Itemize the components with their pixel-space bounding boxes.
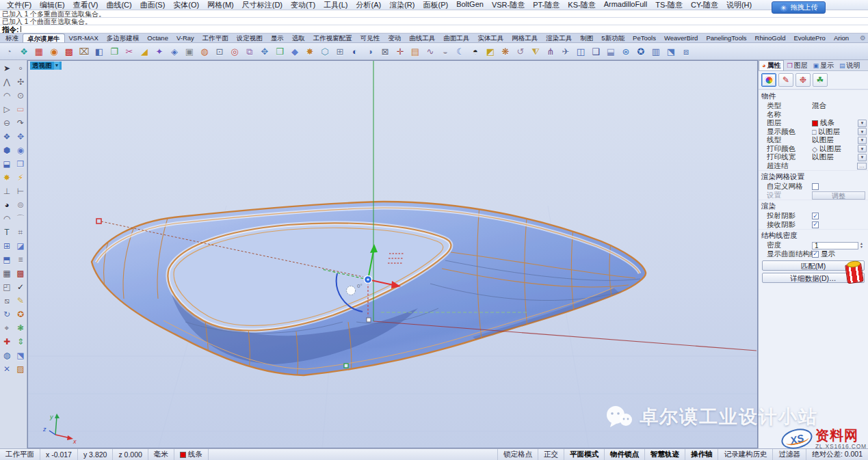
density-stepper[interactable]: ▲▼	[860, 242, 867, 249]
point-marker-white[interactable]	[367, 318, 371, 322]
dropdown-button[interactable]: ▼	[858, 145, 867, 152]
toolbar-icon[interactable]: ◢	[137, 44, 152, 59]
ribbon-tab[interactable]: 网格工具	[508, 33, 542, 42]
ribbon-tab[interactable]: 工作视窗配置	[309, 33, 356, 42]
left-toolbar-icon[interactable]: ▩	[14, 267, 27, 280]
menu-item[interactable]: 查看(V)	[69, 0, 103, 10]
color-circle-icon[interactable]	[761, 73, 776, 87]
toolbar-icon[interactable]: ✦	[152, 44, 167, 59]
panel-tab[interactable]: ▤说明	[837, 60, 863, 70]
left-toolbar-icon[interactable]: ⬒	[0, 253, 14, 267]
upload-button[interactable]: ✳ 拖拽上传	[772, 1, 826, 14]
left-toolbar-icon[interactable]: ⋀	[0, 75, 14, 89]
ribbon-tab[interactable]: 5新功能	[597, 33, 629, 42]
leaf-icon[interactable]: ☘	[813, 73, 828, 87]
current-layer[interactable]: 线条	[174, 449, 209, 460]
toolbar-icon[interactable]: ◫	[573, 44, 588, 59]
menu-item[interactable]: CY-随意	[687, 0, 722, 10]
menu-item[interactable]: 说明(H)	[722, 0, 756, 10]
ribbon-tab[interactable]: 曲线工具	[405, 33, 439, 42]
left-toolbar-icon[interactable]: ✪	[14, 308, 27, 321]
ribbon-tab[interactable]: 变动	[384, 33, 405, 42]
menu-item[interactable]: 编辑(E)	[36, 0, 69, 10]
ribbon-tab[interactable]: RhinoGold	[751, 33, 790, 42]
menu-item[interactable]: 网格(M)	[203, 0, 238, 10]
toolbar-icon[interactable]: ↺	[513, 44, 528, 59]
chevron-down-icon[interactable]: ▼	[54, 62, 60, 70]
left-toolbar-icon[interactable]: ✣	[14, 75, 27, 89]
status-toggle[interactable]: 正交	[538, 449, 564, 460]
left-toolbar-icon[interactable]: ⚡	[14, 171, 27, 185]
menu-item[interactable]: VSR-随意	[488, 0, 529, 10]
left-toolbar-icon[interactable]: ⬢	[0, 144, 14, 157]
density-input[interactable]: 1	[812, 242, 858, 249]
left-toolbar-icon[interactable]: ✎	[14, 294, 27, 308]
toolbar-icon[interactable]: ⬔	[663, 44, 679, 59]
toolbar-icon[interactable]: ▣	[182, 44, 197, 59]
pencil-icon[interactable]: ✎	[778, 73, 793, 87]
toolbar-icon[interactable]: ❑	[588, 44, 603, 59]
menu-item[interactable]: KS-随意	[564, 0, 599, 10]
left-toolbar-icon[interactable]: ✓	[14, 280, 27, 294]
toolbar-icon[interactable]: ✈	[558, 44, 573, 59]
menu-item[interactable]: 文件(F)	[3, 0, 36, 10]
left-toolbar-icon[interactable]: ⊙	[14, 89, 27, 103]
left-toolbar-icon[interactable]: ◪	[14, 239, 27, 253]
gear-icon[interactable]: ⚙	[860, 34, 866, 42]
menu-item[interactable]: 曲线(C)	[102, 0, 135, 10]
left-toolbar-icon[interactable]: ◰	[0, 280, 14, 294]
panel-tab[interactable]: ❒图层	[784, 60, 810, 70]
left-toolbar-icon[interactable]: ⊖	[0, 116, 14, 130]
ribbon-tab[interactable]: VSR-MAX	[65, 33, 103, 42]
menu-item[interactable]: 面板(P)	[419, 0, 452, 10]
toolbar-icon[interactable]: ⊞	[332, 44, 347, 59]
left-toolbar-icon[interactable]: ⊞	[0, 239, 14, 253]
ribbon-tab[interactable]: 曲面工具	[439, 33, 473, 42]
toolbar-icon[interactable]: ▩	[62, 44, 77, 59]
toolbar-icon[interactable]: ◆	[287, 44, 302, 59]
left-toolbar-icon[interactable]: ❖	[0, 130, 14, 144]
cplane-button[interactable]: 工作平面	[0, 449, 40, 460]
toolbar-icon[interactable]: ⬓	[603, 44, 618, 59]
left-toolbar-icon[interactable]: ◕	[0, 198, 14, 212]
status-toggle[interactable]: 操作轴	[685, 449, 719, 460]
stamp-icon[interactable]: ❉	[795, 73, 811, 87]
ribbon-tab[interactable]: 渲染工具	[542, 33, 576, 42]
left-toolbar-icon[interactable]: ⧅	[0, 294, 14, 308]
toolbar-icon[interactable]: ✛	[393, 44, 408, 59]
toolbar-icon[interactable]: ⊡	[212, 44, 227, 59]
toolbar-icon[interactable]: ◑	[363, 44, 378, 59]
toolbar-icon[interactable]: ◉	[47, 44, 62, 59]
toolbar-icon[interactable]: ❒	[272, 44, 287, 59]
cast-shadow-checkbox[interactable]: ✓	[812, 213, 819, 219]
left-toolbar-icon[interactable]: ⌗	[14, 226, 27, 239]
status-toggle[interactable]: 物件锁点	[605, 449, 645, 460]
ribbon-tab[interactable]: V-Ray	[172, 33, 198, 42]
left-toolbar-icon[interactable]: ◠	[0, 212, 14, 226]
status-toggle[interactable]: 记录建构历史	[718, 449, 773, 460]
toolbar-icon[interactable]: ✂	[122, 44, 137, 59]
browse-button[interactable]: …	[857, 163, 867, 170]
left-toolbar-icon[interactable]: ◍	[0, 349, 14, 362]
left-toolbar-icon[interactable]: ⬔	[14, 349, 27, 362]
toolbar-icon[interactable]: ◍	[197, 44, 212, 59]
menu-item[interactable]: 渲染(R)	[385, 0, 419, 10]
left-toolbar-icon[interactable]: ➤	[0, 62, 14, 75]
point-marker-green[interactable]	[344, 364, 348, 368]
left-toolbar-icon[interactable]: ⌒	[14, 212, 27, 226]
toolbar-icon[interactable]: ◔	[1, 44, 16, 59]
toolbar-icon[interactable]: ⧉	[242, 44, 257, 59]
toolbar-icon[interactable]: ⧨	[528, 44, 543, 59]
toolbar-icon[interactable]: ◒	[438, 44, 453, 59]
adjust-button[interactable]: 调整	[812, 191, 865, 200]
left-toolbar-icon[interactable]: ✚	[0, 335, 14, 349]
left-toolbar-icon[interactable]: ✸	[0, 171, 14, 185]
menu-item[interactable]: 工具(L)	[319, 0, 352, 10]
toolbar-icon[interactable]: ✪	[633, 44, 648, 59]
toolbar-icon[interactable]: ◩	[483, 44, 498, 59]
viewport-perspective[interactable]: 0° y x z 透视图 ▼	[27, 60, 758, 448]
left-toolbar-icon[interactable]: ◠	[0, 89, 14, 103]
menu-item[interactable]: 变动(T)	[287, 0, 319, 10]
toolbar-icon[interactable]: ⊠	[378, 44, 393, 59]
menu-item[interactable]: PT-随意	[529, 0, 564, 10]
